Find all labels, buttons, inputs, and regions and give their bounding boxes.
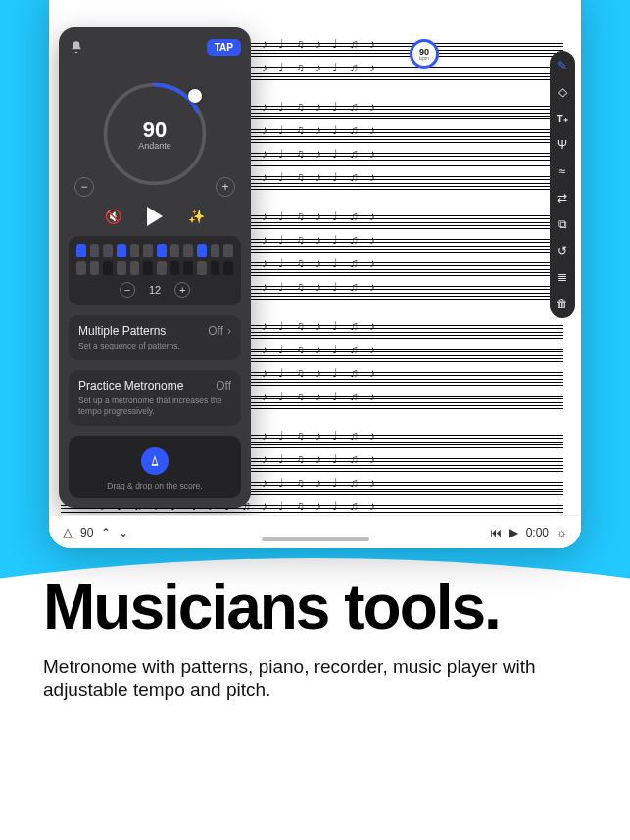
hero-title: Musicians tools. — [43, 578, 591, 637]
annotation-toolbar: ✎ ◇ T₊ Ψ ≈ ⇄ ⧉ ↺ ≣ 🗑 — [550, 51, 575, 318]
bell-icon[interactable] — [69, 40, 84, 56]
chevron-up-icon[interactable]: ⌃ — [101, 526, 111, 539]
pattern-decrease-button[interactable]: − — [120, 282, 135, 298]
flash-icon[interactable]: ✨ — [188, 209, 205, 224]
mute-icon[interactable]: 🔇 — [105, 209, 121, 224]
pattern-cell[interactable] — [223, 244, 233, 257]
tempo-marker-unit: bpm — [419, 55, 429, 61]
tempo-dial[interactable]: − 90 Andante + — [69, 66, 241, 203]
pattern-cell[interactable] — [183, 261, 193, 275]
drop-hint: Drag & drop on the score. — [107, 481, 202, 490]
editor-bottom-bar: △ 90 ⌃ ⌄ ⏮ ▶ 0:00 ☼ — [49, 515, 581, 548]
pattern-cell[interactable] — [197, 244, 207, 257]
play-button[interactable] — [147, 207, 163, 226]
layers-icon[interactable]: ≣ — [556, 270, 569, 284]
pattern-cell[interactable] — [157, 261, 167, 275]
pattern-increase-button[interactable]: + — [174, 282, 190, 298]
pattern-cell[interactable] — [90, 244, 100, 257]
chevron-right-icon: › — [227, 324, 231, 338]
play-icon[interactable]: ▶ — [509, 526, 518, 539]
tuning-fork-icon[interactable]: Ψ — [556, 138, 569, 152]
pattern-cell[interactable] — [76, 244, 86, 257]
tap-tempo-button[interactable]: TAP — [207, 39, 241, 56]
pattern-cell[interactable] — [211, 261, 220, 275]
pattern-cell[interactable] — [103, 261, 113, 275]
pattern-cell[interactable] — [130, 244, 140, 257]
pattern-cell[interactable] — [223, 261, 233, 275]
brightness-icon[interactable]: ☼ — [557, 526, 567, 539]
option-title: Practice Metronome — [78, 379, 183, 393]
crop-icon[interactable]: ⧉ — [556, 217, 569, 231]
undo-icon[interactable]: ↺ — [556, 244, 569, 257]
pattern-cell[interactable] — [211, 244, 220, 257]
pattern-cell[interactable] — [143, 261, 153, 275]
playback-controls: 🔇 ✨ — [69, 207, 241, 226]
pattern-count: 12 — [149, 284, 161, 296]
playback-time: 0:00 — [526, 526, 549, 539]
metronome-panel: TAP − 90 Andante + 🔇 ✨ — [59, 27, 251, 508]
eraser-icon[interactable]: ◇ — [556, 85, 569, 99]
metronome-icon[interactable]: △ — [63, 525, 73, 539]
trash-icon[interactable]: 🗑 — [556, 297, 569, 310]
pattern-cell[interactable] — [103, 244, 113, 257]
option-state: Off — [216, 379, 231, 393]
pattern-cell[interactable] — [170, 244, 180, 257]
prev-track-icon[interactable]: ⏮ — [490, 526, 502, 539]
drop-zone[interactable]: Drag & drop on the score. — [69, 436, 241, 498]
pattern-cell[interactable] — [117, 261, 126, 275]
option-title: Multiple Patterns — [78, 324, 166, 338]
pattern-cell[interactable] — [157, 244, 167, 257]
tempo-name: Andante — [138, 141, 171, 151]
metronome-drop-icon[interactable] — [141, 447, 169, 475]
hero-subtitle: Metronome with patterns, piano, recorder… — [43, 655, 553, 703]
option-state: Off — [208, 324, 223, 338]
option-description: Set a sequence of patterns. — [78, 341, 231, 351]
wave-icon[interactable]: ≈ — [556, 164, 569, 178]
text-icon[interactable]: T₊ — [556, 112, 569, 125]
hero-section: Musicians tools. Metronome with patterns… — [43, 578, 591, 703]
pattern-cell[interactable] — [183, 244, 193, 257]
home-indicator — [262, 537, 369, 541]
pencil-icon[interactable]: ✎ — [556, 59, 569, 72]
pattern-cell[interactable] — [197, 261, 207, 275]
tempo-decrease-button[interactable]: − — [74, 177, 94, 197]
pattern-cell[interactable] — [117, 244, 126, 257]
tablet-device-frame: Vla. B. 90 bpm ✎ ◇ T₊ Ψ ≈ ⇄ ⧉ ↺ ≣ 🗑 — [49, 0, 581, 548]
pattern-cell[interactable] — [130, 261, 140, 275]
bottom-bpm: 90 — [80, 526, 93, 539]
pattern-cell[interactable] — [90, 261, 100, 275]
pattern-cell[interactable] — [143, 244, 153, 257]
pattern-cell[interactable] — [170, 261, 180, 275]
chevron-down-icon[interactable]: ⌄ — [119, 526, 128, 539]
swap-icon[interactable]: ⇄ — [556, 191, 569, 205]
score-tempo-marker[interactable]: 90 bpm — [410, 39, 439, 69]
practice-metronome-option[interactable]: Practice Metronome Off Set up a metronom… — [69, 370, 241, 426]
tempo-increase-button[interactable]: + — [216, 177, 235, 197]
pattern-grid: − 12 + — [69, 236, 241, 305]
tempo-bpm-value: 90 — [143, 117, 167, 143]
option-description: Set up a metronome that increases the te… — [78, 396, 231, 417]
multiple-patterns-option[interactable]: Multiple Patterns Off› Set a sequence of… — [69, 315, 241, 360]
pattern-cell[interactable] — [76, 261, 86, 275]
